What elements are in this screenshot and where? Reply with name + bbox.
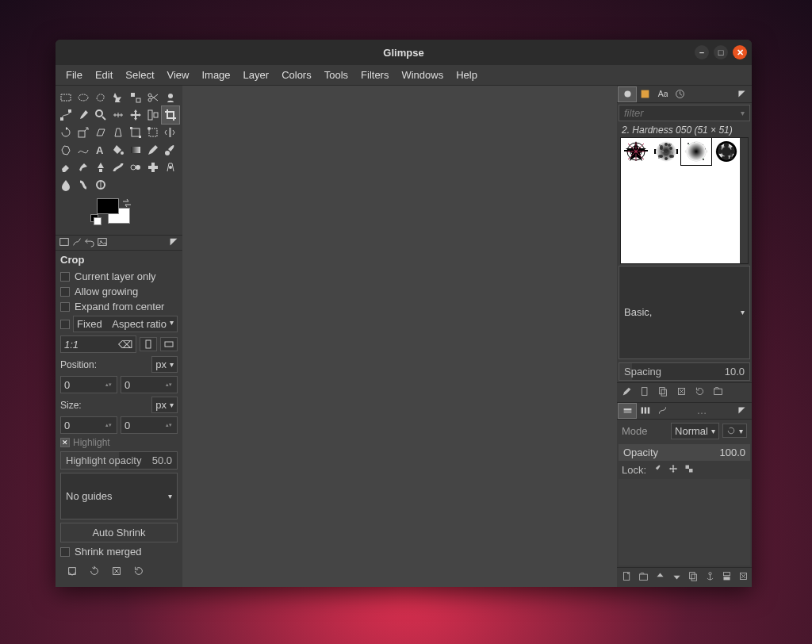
tool-dodge-burn[interactable] (92, 176, 109, 194)
tool-perspective[interactable] (109, 124, 127, 141)
opt-fixed-checkbox[interactable] (60, 320, 70, 329)
lock-position-icon[interactable] (668, 464, 678, 476)
position-y[interactable]: 0▴▾ (121, 376, 178, 393)
tool-rotate[interactable] (57, 124, 75, 141)
menu-filters[interactable]: Filters (355, 67, 394, 83)
tool-measure[interactable] (109, 106, 127, 124)
tool-scissors-select[interactable] (144, 89, 162, 106)
size-width[interactable]: 0▴▾ (60, 416, 117, 434)
open-as-image-icon[interactable] (713, 386, 723, 399)
tool-bucket-fill[interactable] (109, 141, 127, 159)
layer-opacity-slider[interactable]: Opacity 100.0 (619, 444, 750, 461)
lock-pixels-icon[interactable] (653, 464, 662, 476)
tool-foreground-select[interactable] (162, 89, 179, 106)
opt-allow-growing[interactable]: Allow growing (60, 286, 178, 297)
tab-channels[interactable] (636, 404, 653, 418)
layer-list[interactable] (619, 479, 750, 566)
default-colors-icon[interactable] (90, 214, 97, 220)
tool-gradient[interactable] (127, 141, 144, 159)
tab-brushes[interactable] (619, 87, 636, 102)
tool-ink[interactable] (92, 159, 109, 176)
brush-filter-input[interactable]: filter▾ (619, 105, 750, 121)
menu-file[interactable]: File (60, 67, 88, 83)
opt-expand-from-center[interactable]: Expand from center (60, 301, 178, 312)
lock-alpha-icon[interactable] (684, 464, 694, 476)
tool-airbrush[interactable] (75, 159, 92, 176)
tool-paths[interactable] (57, 106, 75, 124)
mode-dropdown[interactable]: Normal▾ (671, 423, 719, 439)
tool-unified-transform[interactable] (127, 124, 144, 141)
tool-paintbrush[interactable] (162, 141, 179, 159)
tab-document-history[interactable] (671, 87, 688, 102)
opt-highlight[interactable]: ✕ Highlight (60, 437, 178, 448)
swap-colors-icon[interactable] (122, 198, 132, 208)
tool-move[interactable] (127, 106, 144, 124)
brush-preset-dropdown[interactable]: Basic,▾ (619, 266, 750, 359)
anchor-layer-icon[interactable] (705, 571, 715, 584)
position-x[interactable]: 0▴▾ (60, 376, 117, 393)
brush-spacing-slider[interactable]: Spacing 10.0 (619, 362, 750, 381)
edit-brush-icon[interactable] (622, 386, 632, 399)
duplicate-brush-icon[interactable] (658, 386, 668, 399)
tool-crop[interactable] (162, 106, 179, 124)
tab-layers[interactable] (619, 404, 636, 418)
tool-fuzzy-select[interactable] (109, 89, 127, 106)
tool-smudge[interactable] (75, 176, 92, 194)
mode-reset-icon[interactable]: ▾ (722, 424, 747, 438)
menu-image[interactable]: Image (196, 67, 236, 83)
delete-brush-icon[interactable] (676, 386, 687, 399)
menu-select[interactable]: Select (120, 67, 159, 83)
merge-down-icon[interactable] (722, 571, 732, 584)
tool-rect-select[interactable] (57, 89, 75, 106)
menu-layer[interactable]: Layer (238, 67, 275, 83)
lower-layer-icon[interactable] (672, 571, 682, 584)
auto-shrink-button[interactable]: Auto Shrink (60, 523, 178, 542)
tool-pencil[interactable] (144, 141, 162, 159)
position-unit[interactable]: px▾ (151, 356, 178, 373)
restore-preset-icon[interactable] (89, 565, 100, 579)
opt-orient-portrait[interactable] (140, 337, 157, 351)
menu-colors[interactable]: Colors (276, 67, 317, 83)
tab-undo-history[interactable] (84, 236, 95, 250)
menu-help[interactable]: Help (450, 67, 483, 83)
tab-tool-options[interactable] (59, 236, 70, 250)
brush-scrollbar[interactable] (740, 138, 748, 263)
tab-patterns[interactable] (636, 87, 653, 102)
tool-scale[interactable] (75, 124, 92, 141)
opt-fixed-mode[interactable]: Fixed Aspect ratio▾ (73, 316, 178, 332)
minimize-button[interactable]: – (695, 45, 709, 59)
opt-current-layer-only[interactable]: Current layer only (60, 270, 178, 282)
tool-perspective-clone[interactable] (162, 159, 179, 176)
tool-by-color-select[interactable] (127, 89, 144, 106)
menu-windows[interactable]: Windows (396, 67, 449, 83)
save-preset-icon[interactable] (67, 565, 78, 579)
menu-view[interactable]: View (162, 67, 195, 83)
tab-images[interactable] (97, 236, 108, 250)
opt-shrink-merged[interactable]: Shrink merged (60, 546, 178, 558)
tool-align[interactable] (144, 106, 162, 124)
tool-color-picker[interactable] (75, 106, 92, 124)
tool-handle-transform[interactable] (144, 124, 162, 141)
tool-heal[interactable] (144, 159, 162, 176)
opt-ratio-input[interactable]: 1:1 ⌫ (60, 335, 136, 353)
tab-fonts[interactable]: Aa (653, 87, 671, 102)
refresh-brush-icon[interactable] (695, 386, 705, 399)
canvas-area[interactable] (182, 86, 617, 587)
new-layer-icon[interactable] (622, 571, 632, 584)
menu-edit[interactable]: Edit (90, 67, 118, 83)
tool-eraser[interactable] (57, 159, 75, 176)
maximize-button[interactable]: □ (714, 45, 728, 59)
delete-preset-icon[interactable] (111, 565, 122, 579)
tool-warp[interactable] (75, 141, 92, 159)
tool-blur[interactable] (57, 176, 75, 194)
opt-orient-landscape[interactable] (160, 337, 178, 351)
size-height[interactable]: 0▴▾ (121, 416, 178, 434)
tool-zoom[interactable] (92, 106, 109, 124)
tool-mypaint[interactable] (109, 159, 127, 176)
layers-dock-menu-icon[interactable] (733, 404, 750, 418)
tool-shear[interactable] (92, 124, 109, 141)
brush-grid[interactable] (620, 137, 749, 264)
tool-cage-transform[interactable] (57, 141, 75, 159)
dock-menu-icon[interactable] (168, 236, 179, 250)
tool-clone[interactable] (127, 159, 144, 176)
